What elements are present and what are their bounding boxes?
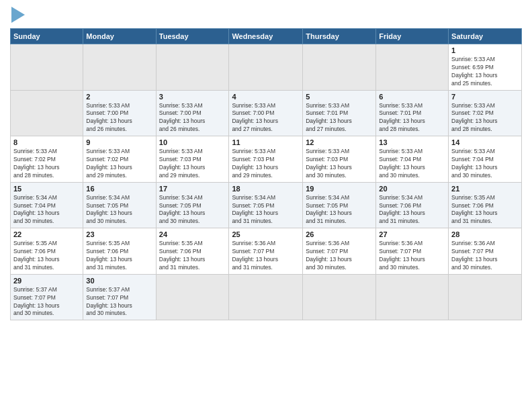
day-cell-28: 28Sunrise: 5:36 AMSunset: 7:07 PMDayligh… (449, 228, 522, 275)
day-number: 20 (379, 185, 445, 193)
day-number: 28 (451, 230, 519, 238)
day-cell (156, 274, 229, 320)
day-number: 9 (86, 138, 152, 146)
day-number: 13 (379, 138, 445, 146)
day-info: Sunrise: 5:34 AMSunset: 7:05 PMDaylight:… (86, 194, 152, 226)
day-cell-16: 16Sunrise: 5:34 AMSunset: 7:05 PMDayligh… (83, 182, 156, 228)
day-number: 15 (13, 185, 80, 193)
day-info: Sunrise: 5:33 AMSunset: 7:01 PMDaylight:… (379, 102, 445, 134)
day-info: Sunrise: 5:33 AMSunset: 7:00 PMDaylight:… (86, 102, 152, 134)
day-cell-23: 23Sunrise: 5:35 AMSunset: 7:06 PMDayligh… (83, 228, 156, 275)
day-cell-30: 30Sunrise: 5:37 AMSunset: 7:07 PMDayligh… (83, 274, 156, 320)
day-number: 1 (451, 46, 519, 54)
day-cell-18: 18Sunrise: 5:34 AMSunset: 7:05 PMDayligh… (229, 182, 303, 228)
day-cell-4: 4Sunrise: 5:33 AMSunset: 7:00 PMDaylight… (229, 90, 303, 136)
day-info: Sunrise: 5:35 AMSunset: 7:06 PMDaylight:… (159, 240, 226, 272)
day-info: Sunrise: 5:35 AMSunset: 7:06 PMDaylight:… (86, 240, 152, 272)
day-cell-15: 15Sunrise: 5:34 AMSunset: 7:04 PMDayligh… (11, 182, 83, 228)
day-info: Sunrise: 5:34 AMSunset: 7:05 PMDaylight:… (159, 194, 226, 226)
day-header-saturday: Saturday (449, 29, 522, 44)
day-info: Sunrise: 5:33 AMSunset: 7:03 PMDaylight:… (306, 148, 373, 180)
day-cell-8: 8Sunrise: 5:33 AMSunset: 7:02 PMDaylight… (11, 136, 83, 183)
day-number: 2 (86, 93, 152, 101)
day-number: 4 (232, 93, 300, 101)
empty-cell (83, 44, 156, 91)
empty-cell (376, 44, 449, 91)
day-number: 8 (13, 138, 80, 146)
day-cell (303, 274, 376, 320)
day-cell-5: 5Sunrise: 5:33 AMSunset: 7:01 PMDaylight… (303, 90, 376, 136)
day-info: Sunrise: 5:33 AMSunset: 7:02 PMDaylight:… (451, 102, 519, 134)
day-info: Sunrise: 5:34 AMSunset: 7:06 PMDaylight:… (379, 194, 445, 226)
empty-cell (229, 44, 303, 91)
empty-cell (11, 44, 83, 91)
day-number: 5 (306, 93, 373, 101)
day-number: 23 (86, 230, 152, 238)
day-header-sunday: Sunday (11, 29, 83, 44)
logo (10, 7, 25, 23)
day-info: Sunrise: 5:36 AMSunset: 7:07 PMDaylight:… (451, 240, 519, 272)
header (10, 7, 522, 23)
day-cell-20: 20Sunrise: 5:34 AMSunset: 7:06 PMDayligh… (376, 182, 449, 228)
day-header-tuesday: Tuesday (156, 29, 229, 44)
day-info: Sunrise: 5:34 AMSunset: 7:05 PMDaylight:… (306, 194, 373, 226)
day-number: 10 (159, 138, 226, 146)
day-info: Sunrise: 5:34 AMSunset: 7:04 PMDaylight:… (13, 194, 80, 226)
day-cell-29: 29Sunrise: 5:37 AMSunset: 7:07 PMDayligh… (11, 274, 83, 320)
day-info: Sunrise: 5:35 AMSunset: 7:06 PMDaylight:… (13, 240, 80, 272)
day-cell (376, 274, 449, 320)
calendar-table: SundayMondayTuesdayWednesdayThursdayFrid… (10, 28, 522, 320)
day-info: Sunrise: 5:33 AMSunset: 7:04 PMDaylight:… (451, 148, 519, 180)
day-number: 12 (306, 138, 373, 146)
day-number: 19 (306, 185, 373, 193)
svg-marker-0 (11, 7, 25, 23)
day-info: Sunrise: 5:33 AMSunset: 7:00 PMDaylight:… (159, 102, 226, 134)
day-cell-27: 27Sunrise: 5:36 AMSunset: 7:07 PMDayligh… (376, 228, 449, 275)
day-info: Sunrise: 5:33 AMSunset: 6:59 PMDaylight:… (451, 56, 519, 88)
day-cell-25: 25Sunrise: 5:36 AMSunset: 7:07 PMDayligh… (229, 228, 303, 275)
logo-icon (11, 7, 25, 23)
day-number: 6 (379, 93, 445, 101)
day-cell-11: 11Sunrise: 5:33 AMSunset: 7:03 PMDayligh… (229, 136, 303, 183)
day-info: Sunrise: 5:35 AMSunset: 7:06 PMDaylight:… (451, 194, 519, 226)
empty-cell (303, 44, 376, 91)
day-info: Sunrise: 5:33 AMSunset: 7:01 PMDaylight:… (306, 102, 373, 134)
day-info: Sunrise: 5:33 AMSunset: 7:00 PMDaylight:… (232, 102, 300, 134)
day-info: Sunrise: 5:33 AMSunset: 7:02 PMDaylight:… (13, 148, 80, 180)
day-info: Sunrise: 5:34 AMSunset: 7:05 PMDaylight:… (232, 194, 300, 226)
day-header-thursday: Thursday (303, 29, 376, 44)
day-number: 7 (451, 93, 519, 101)
header-row: SundayMondayTuesdayWednesdayThursdayFrid… (11, 29, 522, 44)
day-cell-13: 13Sunrise: 5:33 AMSunset: 7:04 PMDayligh… (376, 136, 449, 183)
day-info: Sunrise: 5:37 AMSunset: 7:07 PMDaylight:… (13, 286, 80, 318)
day-number: 14 (451, 138, 519, 146)
day-number: 16 (86, 185, 152, 193)
day-cell-21: 21Sunrise: 5:35 AMSunset: 7:06 PMDayligh… (449, 182, 522, 228)
day-number: 27 (379, 230, 445, 238)
day-info: Sunrise: 5:37 AMSunset: 7:07 PMDaylight:… (86, 286, 152, 318)
day-cell-22: 22Sunrise: 5:35 AMSunset: 7:06 PMDayligh… (11, 228, 83, 275)
day-cell-1: 1Sunrise: 5:33 AMSunset: 6:59 PMDaylight… (449, 44, 522, 91)
day-number: 24 (159, 230, 226, 238)
day-number: 11 (232, 138, 300, 146)
day-cell-17: 17Sunrise: 5:34 AMSunset: 7:05 PMDayligh… (156, 182, 229, 228)
day-info: Sunrise: 5:36 AMSunset: 7:07 PMDaylight:… (379, 240, 445, 272)
empty-cell (156, 44, 229, 91)
day-cell-2: 2Sunrise: 5:33 AMSunset: 7:00 PMDaylight… (83, 90, 156, 136)
day-cell-24: 24Sunrise: 5:35 AMSunset: 7:06 PMDayligh… (156, 228, 229, 275)
day-header-wednesday: Wednesday (229, 29, 303, 44)
day-number: 22 (13, 230, 80, 238)
day-info: Sunrise: 5:36 AMSunset: 7:07 PMDaylight:… (306, 240, 373, 272)
day-number: 3 (159, 93, 226, 101)
day-number: 30 (86, 277, 152, 285)
day-cell-7: 7Sunrise: 5:33 AMSunset: 7:02 PMDaylight… (449, 90, 522, 136)
day-info: Sunrise: 5:33 AMSunset: 7:03 PMDaylight:… (232, 148, 300, 180)
empty-cell (11, 90, 83, 136)
day-cell-26: 26Sunrise: 5:36 AMSunset: 7:07 PMDayligh… (303, 228, 376, 275)
day-cell (449, 274, 522, 320)
day-number: 17 (159, 185, 226, 193)
day-number: 26 (306, 230, 373, 238)
day-cell-6: 6Sunrise: 5:33 AMSunset: 7:01 PMDaylight… (376, 90, 449, 136)
day-info: Sunrise: 5:36 AMSunset: 7:07 PMDaylight:… (232, 240, 300, 272)
day-cell (229, 274, 303, 320)
